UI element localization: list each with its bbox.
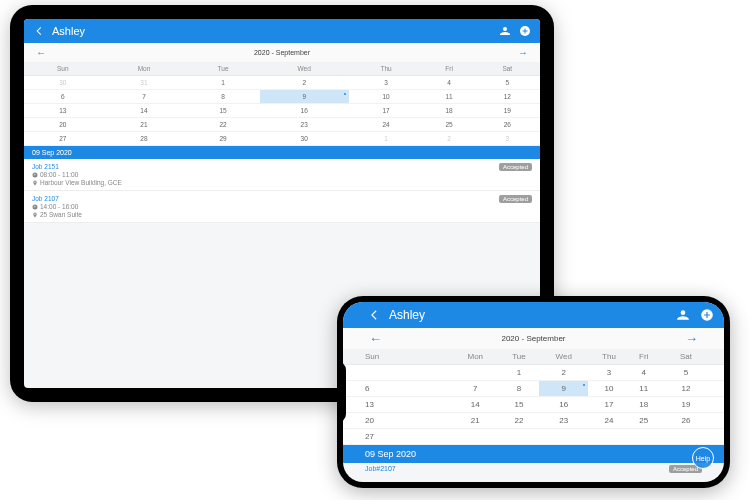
phone-screen: Ashley ← 2020 - September → SunMonTueWed… [343,302,724,482]
calendar-cell[interactable]: 3 [588,365,629,381]
calendar-grid: SunMonTueWedThuFriSat 303112345678910111… [24,62,540,146]
calendar-cell[interactable]: 17 [349,104,424,118]
calendar-cell[interactable]: 20 [343,413,452,429]
calendar-cell[interactable] [452,429,499,445]
selected-date-band: 09 Sep 2020 [343,445,724,463]
status-badge: Accepted [499,163,532,171]
calendar-cell[interactable]: 13 [24,104,102,118]
calendar-cell[interactable]: 19 [475,104,540,118]
back-icon[interactable] [365,306,383,324]
selected-date-band: 09 Sep 2020 [24,146,540,159]
calendar-cell[interactable]: 22 [499,413,540,429]
calendar-cell[interactable]: 16 [539,397,588,413]
calendar-cell[interactable]: 8 [499,381,540,397]
calendar-cell[interactable]: 24 [349,118,424,132]
calendar-cell[interactable]: 1 [499,365,540,381]
calendar-cell[interactable]: 1 [186,76,259,90]
calendar-cell[interactable]: 5 [658,365,724,381]
calendar-cell[interactable]: 12 [475,90,540,104]
calendar-cell[interactable]: 3 [349,76,424,90]
job-card[interactable]: Job 210714:00 - 16:0025 Swan SuiteAccept… [24,191,540,223]
calendar-cell[interactable]: 26 [658,413,724,429]
calendar-cell[interactable] [658,429,724,445]
calendar-cell[interactable]: 17 [588,397,629,413]
calendar-cell[interactable] [499,429,540,445]
calendar-month-label: 2020 - September [50,49,514,56]
calendar-cell[interactable]: 11 [424,90,475,104]
phone-frame: Ashley ← 2020 - September → SunMonTueWed… [337,296,730,488]
job-card[interactable]: Job 215108:00 - 11:00Harbour View Buildi… [24,159,540,191]
calendar-grid: SunMonTueWedThuFriSat 123456789101112131… [343,349,724,445]
calendar-cell[interactable]: 4 [424,76,475,90]
calendar-cell[interactable]: 9 [260,90,349,104]
calendar-cell[interactable]: 3 [475,132,540,146]
calendar-cell[interactable] [452,365,499,381]
calendar-day-header: Mon [102,62,187,76]
calendar-cell[interactable]: 6 [343,381,452,397]
calendar-cell[interactable]: 30 [260,132,349,146]
calendar-cell[interactable]: 28 [102,132,187,146]
calendar-cell[interactable] [630,429,658,445]
calendar-cell[interactable]: 13 [343,397,452,413]
calendar-cell[interactable]: 27 [24,132,102,146]
calendar-cell[interactable]: 12 [658,381,724,397]
calendar-cell[interactable]: 2 [424,132,475,146]
calendar-cell[interactable]: 21 [452,413,499,429]
calendar-cell[interactable]: 7 [102,90,187,104]
profile-icon[interactable] [674,306,692,324]
calendar-cell[interactable]: 20 [24,118,102,132]
calendar-cell[interactable]: 4 [630,365,658,381]
calendar-cell[interactable] [539,429,588,445]
calendar-cell[interactable]: 27 [343,429,452,445]
calendar-cell[interactable]: 18 [424,104,475,118]
calendar-cell[interactable]: 25 [424,118,475,132]
profile-icon[interactable] [498,24,512,38]
prev-month-icon[interactable]: ← [365,331,386,346]
calendar-cell[interactable]: 29 [186,132,259,146]
calendar-cell[interactable]: 8 [186,90,259,104]
prev-month-icon[interactable]: ← [32,47,50,58]
calendar-day-header: Tue [499,349,540,365]
calendar-cell[interactable]: 26 [475,118,540,132]
calendar-cell[interactable]: 15 [499,397,540,413]
calendar-cell[interactable]: 5 [475,76,540,90]
job-location: Harbour View Building, GCE [32,179,495,186]
calendar-cell[interactable] [588,429,629,445]
calendar-cell[interactable]: 2 [260,76,349,90]
calendar-cell[interactable]: 19 [658,397,724,413]
calendar-cell[interactable]: 2 [539,365,588,381]
calendar-cell[interactable]: 6 [24,90,102,104]
calendar-cell[interactable]: 14 [102,104,187,118]
job-peek[interactable]: Job#2107 Accepted [343,463,724,475]
calendar-cell[interactable]: 24 [588,413,629,429]
calendar-day-header: Wed [539,349,588,365]
job-location: 25 Swan Suite [32,211,495,218]
calendar-cell[interactable]: 11 [630,381,658,397]
calendar-cell[interactable]: 25 [630,413,658,429]
calendar-cell[interactable]: 31 [102,76,187,90]
calendar-cell[interactable]: 10 [349,90,424,104]
next-month-icon[interactable]: → [514,47,532,58]
calendar-cell[interactable] [343,365,452,381]
calendar-cell[interactable]: 10 [588,381,629,397]
calendar-cell[interactable]: 1 [349,132,424,146]
calendar-day-header: Tue [186,62,259,76]
help-button[interactable]: Help [692,447,714,469]
calendar-cell[interactable]: 9 [539,381,588,397]
calendar-cell[interactable]: 23 [260,118,349,132]
back-icon[interactable] [32,24,46,38]
calendar-cell[interactable]: 23 [539,413,588,429]
calendar-cell[interactable]: 22 [186,118,259,132]
calendar-cell[interactable]: 18 [630,397,658,413]
calendar-cell[interactable]: 15 [186,104,259,118]
calendar-cell[interactable]: 30 [24,76,102,90]
next-month-icon[interactable]: → [681,331,702,346]
calendar-cell[interactable]: 16 [260,104,349,118]
calendar-nav: ← 2020 - September → [24,43,540,62]
calendar-cell[interactable]: 7 [452,381,499,397]
calendar-day-header: Sat [658,349,724,365]
add-icon[interactable] [518,24,532,38]
add-icon[interactable] [698,306,716,324]
calendar-cell[interactable]: 21 [102,118,187,132]
calendar-cell[interactable]: 14 [452,397,499,413]
